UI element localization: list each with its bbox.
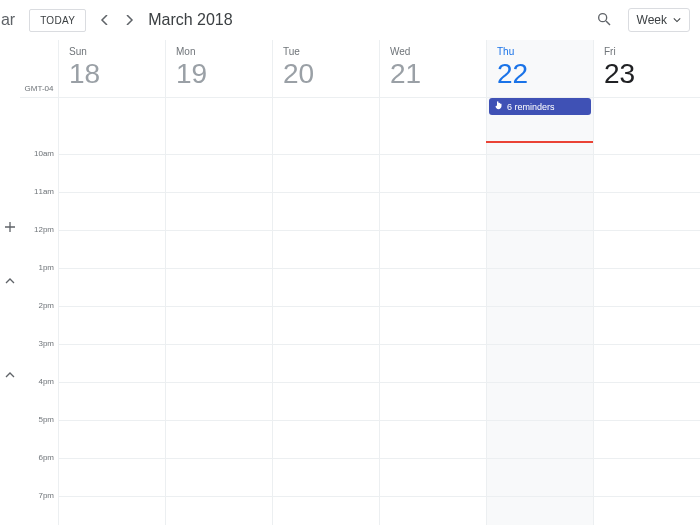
hour-cell[interactable] — [593, 382, 700, 420]
hour-cell[interactable] — [593, 344, 700, 382]
hour-cell[interactable] — [58, 382, 165, 420]
hour-cell[interactable] — [58, 306, 165, 344]
hour-cell[interactable] — [593, 116, 700, 154]
hour-cell[interactable] — [379, 154, 486, 192]
hour-cell[interactable] — [379, 420, 486, 458]
day-number: 23 — [604, 59, 700, 88]
hour-cell[interactable] — [165, 154, 272, 192]
day-header-tue[interactable]: Tue 20 — [272, 40, 379, 97]
prev-week-button[interactable] — [94, 6, 116, 34]
hour-cell[interactable] — [58, 230, 165, 268]
hour-cell[interactable] — [165, 192, 272, 230]
hour-cell[interactable] — [593, 154, 700, 192]
hour-cell[interactable] — [379, 230, 486, 268]
hour-cell[interactable] — [486, 230, 593, 268]
reminders-chip[interactable]: 6 reminders — [489, 98, 591, 115]
hour-cell[interactable] — [379, 382, 486, 420]
hour-cell[interactable] — [165, 420, 272, 458]
hour-cell[interactable] — [165, 458, 272, 496]
hour-cell[interactable] — [593, 268, 700, 306]
day-header-wed[interactable]: Wed 21 — [379, 40, 486, 97]
hour-cell[interactable] — [379, 344, 486, 382]
hour-cell[interactable] — [272, 420, 379, 458]
hour-label: 11am — [20, 187, 58, 225]
hour-cell[interactable] — [165, 230, 272, 268]
hour-cell[interactable] — [272, 382, 379, 420]
month-title: March 2018 — [148, 11, 233, 29]
hour-cell[interactable] — [165, 496, 272, 525]
hour-cell[interactable] — [486, 458, 593, 496]
hour-cell[interactable] — [379, 306, 486, 344]
hour-cell[interactable] — [379, 116, 486, 154]
allday-cell[interactable] — [58, 98, 165, 116]
view-selector[interactable]: Week — [628, 8, 690, 32]
hour-cell[interactable] — [593, 496, 700, 525]
hour-cell[interactable] — [165, 382, 272, 420]
hour-cell[interactable] — [379, 268, 486, 306]
hour-cell[interactable] — [165, 344, 272, 382]
hour-cell[interactable] — [272, 230, 379, 268]
hour-cell[interactable] — [593, 458, 700, 496]
allday-cell-today[interactable]: 6 reminders — [486, 98, 593, 116]
allday-cell[interactable] — [593, 98, 700, 116]
hour-cell[interactable] — [486, 344, 593, 382]
hour-cell[interactable] — [486, 154, 593, 192]
hour-cell[interactable] — [272, 268, 379, 306]
hour-cell[interactable] — [165, 306, 272, 344]
hour-cell[interactable] — [58, 496, 165, 525]
day-header-mon[interactable]: Mon 19 — [165, 40, 272, 97]
hour-cell[interactable] — [272, 458, 379, 496]
hour-cell[interactable] — [272, 306, 379, 344]
hour-cell[interactable] — [165, 268, 272, 306]
add-calendar-icon[interactable] — [3, 220, 17, 234]
hour-cell[interactable] — [379, 496, 486, 525]
hour-cell[interactable] — [165, 116, 272, 154]
today-button[interactable]: TODAY — [29, 9, 86, 32]
hour-cell[interactable] — [379, 458, 486, 496]
day-number: 18 — [69, 59, 165, 88]
hour-cell[interactable] — [58, 458, 165, 496]
reminders-chip-label: 6 reminders — [507, 102, 555, 112]
allday-cell[interactable] — [379, 98, 486, 116]
hour-cell[interactable] — [486, 306, 593, 344]
hour-cell[interactable] — [486, 496, 593, 525]
next-week-button[interactable] — [118, 6, 140, 34]
day-of-week-label: Mon — [176, 46, 272, 57]
hour-cell[interactable] — [272, 496, 379, 525]
hour-cell[interactable] — [58, 420, 165, 458]
hour-cell[interactable] — [486, 382, 593, 420]
hour-cell[interactable] — [58, 154, 165, 192]
hour-cell[interactable] — [272, 192, 379, 230]
hour-cell[interactable] — [486, 420, 593, 458]
hour-cell[interactable] — [58, 268, 165, 306]
hour-cell[interactable] — [486, 268, 593, 306]
hour-cell[interactable] — [593, 420, 700, 458]
day-of-week-label: Sun — [69, 46, 165, 57]
hour-cell[interactable] — [486, 116, 593, 154]
hour-cell[interactable] — [379, 192, 486, 230]
collapse-section-icon-2[interactable] — [3, 368, 17, 382]
hour-cell[interactable] — [272, 116, 379, 154]
allday-cell[interactable] — [165, 98, 272, 116]
hour-label: 3pm — [20, 339, 58, 377]
hour-cell[interactable] — [593, 230, 700, 268]
hour-cell[interactable] — [486, 192, 593, 230]
collapse-section-icon[interactable] — [3, 274, 17, 288]
search-icon — [596, 11, 612, 30]
allday-cell[interactable] — [272, 98, 379, 116]
day-header-fri[interactable]: Fri 23 — [593, 40, 700, 97]
day-header-thu[interactable]: Thu 22 — [486, 40, 593, 97]
hour-label: 4pm — [20, 377, 58, 415]
day-header-sun[interactable]: Sun 18 — [58, 40, 165, 97]
svg-point-0 — [598, 13, 606, 21]
hour-cell[interactable] — [58, 192, 165, 230]
hour-cell[interactable] — [58, 344, 165, 382]
hour-cell[interactable] — [272, 344, 379, 382]
search-button[interactable] — [590, 6, 618, 34]
day-of-week-label: Wed — [390, 46, 486, 57]
hour-cell[interactable] — [272, 154, 379, 192]
hour-cell[interactable] — [593, 306, 700, 344]
hour-cell[interactable] — [593, 192, 700, 230]
day-number: 22 — [497, 59, 593, 88]
hour-cell[interactable] — [58, 116, 165, 154]
